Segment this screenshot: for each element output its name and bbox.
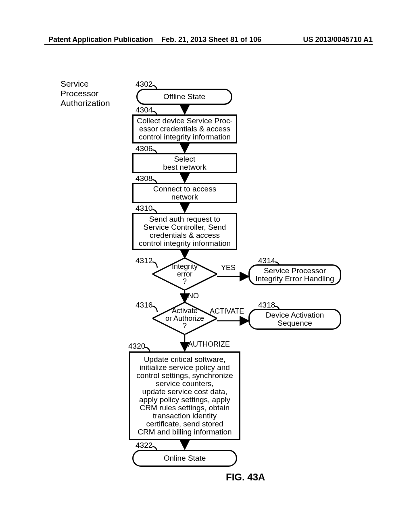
arrow-4306-4308	[183, 173, 186, 185]
node-text: certificate, send stored	[146, 420, 223, 428]
arrow-4320-4322	[183, 440, 186, 451]
arrow-4316-4318	[217, 317, 249, 324]
node-text: transaction identity	[153, 412, 217, 420]
node-text: credentials & access	[150, 231, 220, 239]
arrow-4316-4320	[183, 335, 186, 353]
arrow-4302-4304	[183, 105, 186, 116]
terminal-online-state: Online State	[132, 450, 237, 467]
arrow-4310-4312	[183, 250, 186, 260]
title-line: Processor	[60, 89, 110, 98]
node-text: network	[171, 193, 198, 201]
terminal-offline-state: Offline State	[136, 89, 232, 105]
node-text: CRM and billing information	[138, 428, 232, 436]
node-text: Integrity Error Handling	[255, 275, 334, 283]
process-connect-network: Connect to access network	[132, 183, 237, 203]
node-text: update service cost data,	[142, 388, 227, 396]
header-right: US 2013/0045710 A1	[303, 35, 373, 44]
process-send-auth: Send auth request to Service Controller,…	[132, 213, 237, 250]
header-rule	[44, 44, 373, 45]
edge-label-yes: YES	[221, 264, 236, 272]
node-text: ?	[183, 322, 187, 330]
ref-4322: 4322	[136, 441, 152, 450]
edge-label-authorize: AUTHORIZE	[188, 340, 230, 349]
node-text: Online State	[164, 454, 206, 462]
node-text: CRM rules settings, obtain	[140, 404, 230, 412]
process-collect-credentials: Collect device Service Proc- essor crede…	[132, 114, 237, 143]
terminal-device-activation-sequence: Device Activation Sequence	[248, 309, 341, 330]
ref-4318: 4318	[258, 301, 275, 310]
terminal-integrity-error-handling: Service Processor Integrity Error Handli…	[248, 264, 341, 285]
title-line: Service	[60, 79, 110, 89]
node-text: apply policy settings, apply	[139, 396, 230, 404]
diagram-title: Service Processor Authorization	[60, 79, 110, 108]
process-select-network: Select best network	[132, 153, 237, 173]
figure-label: FIG. 43A	[226, 472, 265, 483]
ref-4316: 4316	[136, 301, 152, 310]
patent-drawing-page: Patent Application Publication Feb. 21, …	[0, 0, 413, 532]
node-text: Collect device Service Proc-	[137, 117, 233, 125]
node-text: Service Processor	[264, 267, 326, 275]
node-text: Sequence	[277, 319, 312, 327]
node-text: or Authorize	[165, 315, 204, 322]
node-text: Service Controller, Send	[144, 223, 226, 231]
node-text: Connect to access	[153, 185, 216, 193]
decision-activate-or-authorize: Activate or Authorize ?	[152, 302, 217, 335]
header-center: Feb. 21, 2013 Sheet 81 of 106	[161, 35, 261, 44]
node-text: control settings, synchronize	[136, 372, 233, 380]
process-update-settings: Update critical software, initialize ser…	[129, 351, 240, 440]
node-text: Offline State	[163, 93, 205, 101]
arrow-4304-4306	[183, 143, 186, 155]
ref-4304: 4304	[136, 106, 152, 114]
ref-4302: 4302	[136, 80, 152, 89]
header-left: Patent Application Publication	[48, 35, 153, 44]
ref-4308: 4308	[136, 174, 152, 183]
title-line: Authorization	[60, 98, 110, 108]
edge-label-no: NO	[188, 292, 199, 300]
arrow-4312-4314	[217, 272, 249, 280]
node-text: service counters,	[156, 380, 214, 388]
ref-4306: 4306	[136, 144, 152, 153]
node-text: control integrity information	[139, 133, 231, 141]
decision-integrity-error: Integrity error ?	[152, 258, 217, 290]
ref-4312: 4312	[136, 256, 152, 265]
node-text: Select	[174, 155, 196, 163]
ref-4310: 4310	[136, 204, 152, 213]
node-text: Send auth request to	[149, 215, 220, 223]
node-text: Integrity	[172, 263, 198, 270]
arrow-4308-4310	[183, 203, 186, 214]
edge-label-activate: ACTIVATE	[210, 307, 244, 316]
node-text: Device Activation	[266, 311, 324, 319]
node-text: error	[177, 270, 192, 278]
ref-4314: 4314	[258, 256, 275, 265]
node-text: Update critical software,	[144, 355, 226, 364]
arrow-4312-4316	[183, 290, 186, 305]
node-text: ?	[183, 278, 187, 285]
node-text: control integrity information	[139, 239, 231, 247]
node-text: Activate	[172, 307, 198, 315]
node-text: essor credentials & access	[139, 125, 230, 133]
node-text: initialize service policy and	[140, 364, 230, 372]
node-text: best network	[163, 163, 206, 171]
ref-4320: 4320	[128, 342, 145, 351]
